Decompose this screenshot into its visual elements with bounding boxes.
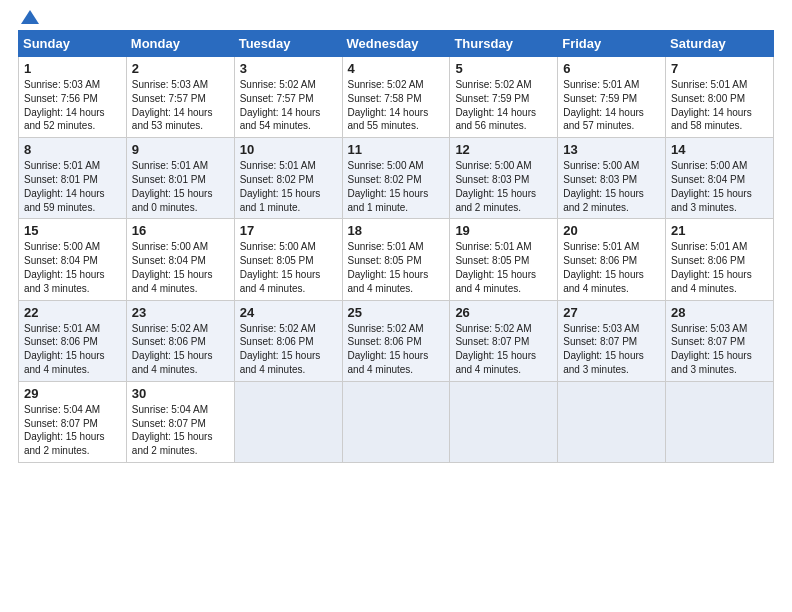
calendar-cell: 23Sunrise: 5:02 AM Sunset: 8:06 PM Dayli… <box>126 300 234 381</box>
day-info: Sunrise: 5:02 AM Sunset: 7:59 PM Dayligh… <box>455 78 553 133</box>
day-number: 15 <box>24 223 122 238</box>
day-info: Sunrise: 5:03 AM Sunset: 7:56 PM Dayligh… <box>24 78 122 133</box>
day-number: 4 <box>348 61 446 76</box>
calendar-cell: 28Sunrise: 5:03 AM Sunset: 8:07 PM Dayli… <box>666 300 774 381</box>
calendar-cell: 10Sunrise: 5:01 AM Sunset: 8:02 PM Dayli… <box>234 138 342 219</box>
day-number: 24 <box>240 305 338 320</box>
weekday-header-saturday: Saturday <box>666 31 774 57</box>
day-number: 7 <box>671 61 769 76</box>
calendar-cell: 11Sunrise: 5:00 AM Sunset: 8:02 PM Dayli… <box>342 138 450 219</box>
day-info: Sunrise: 5:00 AM Sunset: 8:02 PM Dayligh… <box>348 159 446 214</box>
day-number: 5 <box>455 61 553 76</box>
day-info: Sunrise: 5:04 AM Sunset: 8:07 PM Dayligh… <box>132 403 230 458</box>
calendar-cell: 15Sunrise: 5:00 AM Sunset: 8:04 PM Dayli… <box>19 219 127 300</box>
calendar-cell: 1Sunrise: 5:03 AM Sunset: 7:56 PM Daylig… <box>19 57 127 138</box>
day-info: Sunrise: 5:01 AM Sunset: 8:06 PM Dayligh… <box>24 322 122 377</box>
calendar-cell: 24Sunrise: 5:02 AM Sunset: 8:06 PM Dayli… <box>234 300 342 381</box>
day-number: 3 <box>240 61 338 76</box>
day-number: 9 <box>132 142 230 157</box>
day-info: Sunrise: 5:02 AM Sunset: 8:07 PM Dayligh… <box>455 322 553 377</box>
day-info: Sunrise: 5:01 AM Sunset: 8:01 PM Dayligh… <box>24 159 122 214</box>
day-number: 20 <box>563 223 661 238</box>
weekday-header-monday: Monday <box>126 31 234 57</box>
day-number: 21 <box>671 223 769 238</box>
week-row-1: 1Sunrise: 5:03 AM Sunset: 7:56 PM Daylig… <box>19 57 774 138</box>
calendar-table: SundayMondayTuesdayWednesdayThursdayFrid… <box>18 30 774 463</box>
day-number: 10 <box>240 142 338 157</box>
day-number: 1 <box>24 61 122 76</box>
day-info: Sunrise: 5:01 AM Sunset: 8:06 PM Dayligh… <box>563 240 661 295</box>
day-info: Sunrise: 5:03 AM Sunset: 8:07 PM Dayligh… <box>563 322 661 377</box>
day-number: 6 <box>563 61 661 76</box>
day-info: Sunrise: 5:00 AM Sunset: 8:03 PM Dayligh… <box>455 159 553 214</box>
logo-icon <box>21 10 39 24</box>
day-number: 28 <box>671 305 769 320</box>
svg-marker-0 <box>21 10 39 24</box>
day-number: 27 <box>563 305 661 320</box>
calendar-cell: 9Sunrise: 5:01 AM Sunset: 8:01 PM Daylig… <box>126 138 234 219</box>
day-number: 13 <box>563 142 661 157</box>
day-info: Sunrise: 5:02 AM Sunset: 8:06 PM Dayligh… <box>240 322 338 377</box>
day-info: Sunrise: 5:00 AM Sunset: 8:04 PM Dayligh… <box>132 240 230 295</box>
logo <box>18 10 42 24</box>
calendar-cell: 6Sunrise: 5:01 AM Sunset: 7:59 PM Daylig… <box>558 57 666 138</box>
calendar-cell <box>558 381 666 462</box>
day-number: 30 <box>132 386 230 401</box>
day-number: 17 <box>240 223 338 238</box>
day-number: 8 <box>24 142 122 157</box>
day-info: Sunrise: 5:01 AM Sunset: 7:59 PM Dayligh… <box>563 78 661 133</box>
calendar-cell: 17Sunrise: 5:00 AM Sunset: 8:05 PM Dayli… <box>234 219 342 300</box>
calendar-cell: 2Sunrise: 5:03 AM Sunset: 7:57 PM Daylig… <box>126 57 234 138</box>
day-info: Sunrise: 5:00 AM Sunset: 8:04 PM Dayligh… <box>24 240 122 295</box>
calendar-cell: 5Sunrise: 5:02 AM Sunset: 7:59 PM Daylig… <box>450 57 558 138</box>
weekday-header-row: SundayMondayTuesdayWednesdayThursdayFrid… <box>19 31 774 57</box>
weekday-header-thursday: Thursday <box>450 31 558 57</box>
calendar-cell: 20Sunrise: 5:01 AM Sunset: 8:06 PM Dayli… <box>558 219 666 300</box>
page: SundayMondayTuesdayWednesdayThursdayFrid… <box>0 0 792 612</box>
weekday-header-wednesday: Wednesday <box>342 31 450 57</box>
calendar-cell: 16Sunrise: 5:00 AM Sunset: 8:04 PM Dayli… <box>126 219 234 300</box>
day-number: 18 <box>348 223 446 238</box>
calendar-cell: 4Sunrise: 5:02 AM Sunset: 7:58 PM Daylig… <box>342 57 450 138</box>
calendar-cell: 18Sunrise: 5:01 AM Sunset: 8:05 PM Dayli… <box>342 219 450 300</box>
day-info: Sunrise: 5:01 AM Sunset: 8:05 PM Dayligh… <box>455 240 553 295</box>
week-row-2: 8Sunrise: 5:01 AM Sunset: 8:01 PM Daylig… <box>19 138 774 219</box>
calendar-cell <box>234 381 342 462</box>
weekday-header-friday: Friday <box>558 31 666 57</box>
calendar-cell: 25Sunrise: 5:02 AM Sunset: 8:06 PM Dayli… <box>342 300 450 381</box>
day-number: 22 <box>24 305 122 320</box>
header <box>18 10 774 24</box>
day-number: 29 <box>24 386 122 401</box>
weekday-header-tuesday: Tuesday <box>234 31 342 57</box>
calendar-cell: 7Sunrise: 5:01 AM Sunset: 8:00 PM Daylig… <box>666 57 774 138</box>
calendar-cell: 22Sunrise: 5:01 AM Sunset: 8:06 PM Dayli… <box>19 300 127 381</box>
day-number: 11 <box>348 142 446 157</box>
day-info: Sunrise: 5:00 AM Sunset: 8:03 PM Dayligh… <box>563 159 661 214</box>
day-info: Sunrise: 5:01 AM Sunset: 8:05 PM Dayligh… <box>348 240 446 295</box>
day-info: Sunrise: 5:01 AM Sunset: 8:02 PM Dayligh… <box>240 159 338 214</box>
day-number: 26 <box>455 305 553 320</box>
day-number: 23 <box>132 305 230 320</box>
day-number: 12 <box>455 142 553 157</box>
calendar-cell: 21Sunrise: 5:01 AM Sunset: 8:06 PM Dayli… <box>666 219 774 300</box>
day-info: Sunrise: 5:02 AM Sunset: 8:06 PM Dayligh… <box>348 322 446 377</box>
day-info: Sunrise: 5:01 AM Sunset: 8:06 PM Dayligh… <box>671 240 769 295</box>
calendar-cell: 8Sunrise: 5:01 AM Sunset: 8:01 PM Daylig… <box>19 138 127 219</box>
day-info: Sunrise: 5:03 AM Sunset: 8:07 PM Dayligh… <box>671 322 769 377</box>
week-row-4: 22Sunrise: 5:01 AM Sunset: 8:06 PM Dayli… <box>19 300 774 381</box>
day-info: Sunrise: 5:02 AM Sunset: 8:06 PM Dayligh… <box>132 322 230 377</box>
day-info: Sunrise: 5:01 AM Sunset: 8:01 PM Dayligh… <box>132 159 230 214</box>
week-row-5: 29Sunrise: 5:04 AM Sunset: 8:07 PM Dayli… <box>19 381 774 462</box>
calendar-cell: 3Sunrise: 5:02 AM Sunset: 7:57 PM Daylig… <box>234 57 342 138</box>
calendar-cell: 30Sunrise: 5:04 AM Sunset: 8:07 PM Dayli… <box>126 381 234 462</box>
calendar-cell <box>450 381 558 462</box>
calendar-cell: 14Sunrise: 5:00 AM Sunset: 8:04 PM Dayli… <box>666 138 774 219</box>
day-info: Sunrise: 5:02 AM Sunset: 7:57 PM Dayligh… <box>240 78 338 133</box>
day-info: Sunrise: 5:00 AM Sunset: 8:04 PM Dayligh… <box>671 159 769 214</box>
calendar-cell <box>666 381 774 462</box>
day-number: 19 <box>455 223 553 238</box>
day-info: Sunrise: 5:00 AM Sunset: 8:05 PM Dayligh… <box>240 240 338 295</box>
day-number: 2 <box>132 61 230 76</box>
day-number: 14 <box>671 142 769 157</box>
calendar-cell: 12Sunrise: 5:00 AM Sunset: 8:03 PM Dayli… <box>450 138 558 219</box>
